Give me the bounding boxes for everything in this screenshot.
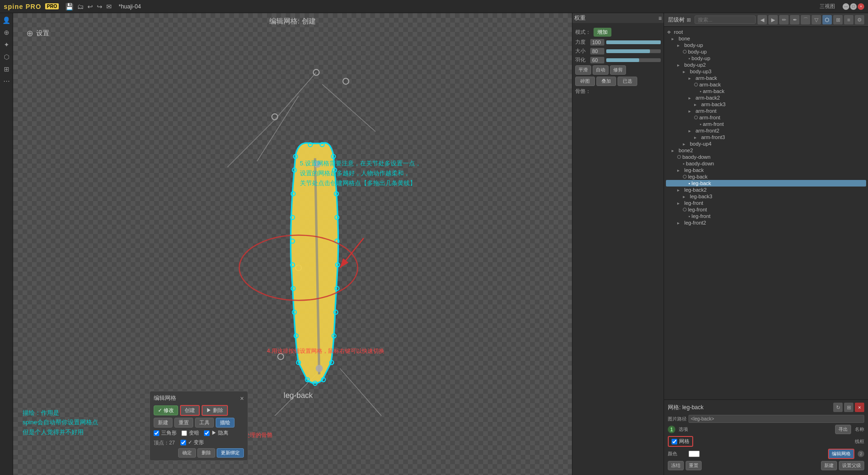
tree-item-arm-back-img2[interactable]: ▪ arm-back [666, 88, 866, 94]
close-panel-btn[interactable]: × [240, 395, 244, 402]
tree-item-leg-front2[interactable]: ▸ leg-front2 [666, 219, 866, 226]
draw-tool-icon[interactable]: ✒ [790, 15, 799, 24]
selected-btn[interactable]: 已选 [618, 77, 637, 86]
nav-prev-icon[interactable]: ◀ [758, 15, 767, 24]
tree-item-bone2[interactable]: ▸ bone2 [666, 147, 866, 154]
tool-icon-4[interactable]: ⊞ [1, 64, 12, 74]
update-bind-btn[interactable]: 更新绑定 [217, 448, 244, 458]
weights-collapse-icon[interactable]: ≡ [658, 15, 662, 22]
grid-icon[interactable]: ⊞ [833, 15, 843, 24]
draw-btn[interactable]: 描绘 [216, 418, 235, 428]
armback-img-icon [694, 83, 698, 86]
edit-btn-w[interactable]: 修剪 [610, 65, 626, 75]
tools-btn[interactable]: 工具 [195, 418, 214, 428]
save-icon2[interactable]: 🗂 [76, 2, 85, 11]
tree-item-arm-front-img2[interactable]: ▪ arm-front [666, 121, 866, 127]
tool-icon-3[interactable]: ⬡ [1, 52, 12, 62]
freeze-btn[interactable]: 冻结 [668, 461, 684, 470]
undo-icon[interactable]: ↩ [86, 2, 94, 11]
force-bar[interactable] [606, 40, 661, 44]
tree-item-baody-down[interactable]: baody-down [666, 154, 866, 160]
save-icon[interactable]: 💾 [64, 2, 74, 11]
set-parent-btn[interactable]: 设置父级 [839, 461, 864, 470]
edit-tool-icon[interactable]: ✏ [779, 15, 789, 24]
delete-btn[interactable]: ▶ 删除 [202, 405, 228, 416]
selection-label: 选项 [679, 426, 688, 433]
triangle-check[interactable]: 三角形 [154, 429, 177, 436]
tree-item-arm-back3[interactable]: ▸ arm-back3 [666, 101, 866, 108]
tree-item-arm-back-img[interactable]: arm-back [666, 81, 866, 88]
tree-item-leg-back2[interactable]: ▸ leg-back2 [666, 187, 866, 193]
nav-next-icon[interactable]: ▶ [768, 15, 778, 24]
new-btn[interactable]: 新建 [154, 418, 172, 428]
tree-item-leg-back-img[interactable]: leg-back [666, 173, 866, 180]
mesh-btn[interactable]: 碎图 [575, 77, 595, 86]
email-icon[interactable]: ✉ [105, 2, 113, 11]
person-icon[interactable]: 👤 [1, 15, 12, 25]
new-mesh-btn[interactable]: 新建 [821, 461, 837, 470]
tree-item-leg-back-sel[interactable]: ▪ leg-back [666, 180, 866, 187]
tree-item-baody-down-img[interactable]: ▪ baody-down [666, 160, 866, 167]
hide-check[interactable]: ▶ 隐离 [204, 429, 228, 436]
add-btn[interactable]: 叠加 [596, 77, 616, 86]
reset-btn[interactable]: 重置 [174, 418, 193, 428]
smooth-btn[interactable]: 平滑 [575, 65, 591, 75]
close-btn[interactable]: × [858, 3, 864, 10]
settings-icon[interactable]: ⚙ [855, 15, 864, 24]
tree-item-leg-back[interactable]: ▸ leg-back [666, 167, 866, 173]
tree-item-body-up3[interactable]: ▸ body-up3 [666, 68, 866, 75]
auto-btn[interactable]: 自动 [593, 65, 609, 75]
curve-tool-icon[interactable]: ⌒ [801, 15, 810, 24]
tree-item-arm-front[interactable]: ▸ arm-front [666, 108, 866, 114]
maximize-btn[interactable]: □ [850, 3, 857, 10]
tree-item-body-up-img2[interactable]: ▪ body-up [666, 55, 866, 62]
tree-item-arm-front2[interactable]: ▸ arm-front2 [666, 127, 866, 134]
tool-icon-5[interactable]: ⋯ [1, 76, 12, 86]
export-btn[interactable]: 寻出 [835, 425, 851, 434]
reset-btn-m[interactable]: 重置 [686, 461, 702, 470]
legfront-icon: ▸ [677, 201, 683, 206]
image-path-input[interactable] [688, 415, 864, 423]
deform-check[interactable]: 变暗 [181, 429, 199, 436]
hierarchy-expand-icon[interactable]: ⊞ [687, 17, 691, 23]
edit-btn[interactable]: ✓ 修改 [154, 405, 178, 415]
tree-item-leg-front-img2[interactable]: ▪ leg-front [666, 213, 866, 219]
tree-item-root[interactable]: ❖ root [666, 29, 866, 35]
hierarchy-search-input[interactable] [695, 16, 756, 24]
mesh-link-icon[interactable]: ⊞ [844, 403, 853, 412]
confirm-btn[interactable]: 确定 [178, 448, 196, 458]
edit-mesh-btn[interactable]: 编辑网格 [828, 449, 854, 459]
tree-item-body-up4[interactable]: ▸ body-up4 [666, 140, 866, 147]
create-btn[interactable]: 创建 [180, 405, 200, 416]
tree-item-arm-front-img[interactable]: arm-front [666, 114, 866, 121]
mesh-refresh-icon[interactable]: ↻ [833, 403, 843, 412]
tree-item-bone[interactable]: ▸ bone [666, 35, 866, 42]
filter-icon[interactable]: ▽ [812, 15, 821, 24]
color-swatch[interactable] [688, 451, 700, 457]
deform2-check[interactable]: ✓ 变形 [180, 439, 204, 446]
list-icon[interactable]: ≡ [844, 15, 853, 24]
tree-item-body-up[interactable]: ▸ body-up [666, 42, 866, 48]
canvas-area[interactable]: 编辑网格: 创建 ⊕ 设置 [13, 13, 572, 475]
mesh-delete-icon[interactable]: × [855, 403, 864, 412]
tree-item-leg-front[interactable]: ▸ leg-front [666, 200, 866, 206]
tree-item-body-up2[interactable]: ▸ body-up2 [666, 62, 866, 68]
mesh-checkbox[interactable]: 网格 [668, 436, 693, 447]
tree-item-arm-back2[interactable]: ▸ arm-back2 [666, 94, 866, 101]
tree-item-leg-front-img[interactable]: leg-front [666, 206, 866, 213]
tool-icon-1[interactable]: ⊕ [1, 27, 12, 38]
feather-bar[interactable] [606, 58, 661, 62]
mode-add-btn[interactable]: 增加 [594, 28, 611, 37]
tree-item-arm-front3[interactable]: ▸ arm-front3 [666, 134, 866, 140]
tree-item-body-up-img[interactable]: body-up [666, 48, 866, 55]
del-btn[interactable]: 删除 [197, 448, 215, 458]
redo-icon[interactable]: ↪ [96, 2, 103, 11]
minimize-btn[interactable]: — [843, 3, 849, 10]
view-icon[interactable]: ⬡ [822, 15, 832, 24]
tool-icon-2[interactable]: ✦ [1, 39, 12, 50]
tree-item-arm-back[interactable]: ▸ arm-back [666, 75, 866, 81]
tree-item-leg-back3[interactable]: ▸ leg-back3 [666, 193, 866, 200]
size-bar[interactable] [606, 49, 661, 53]
weights-title: 权重 [574, 14, 586, 22]
view-mode-btn[interactable]: 三视图 [820, 3, 835, 10]
